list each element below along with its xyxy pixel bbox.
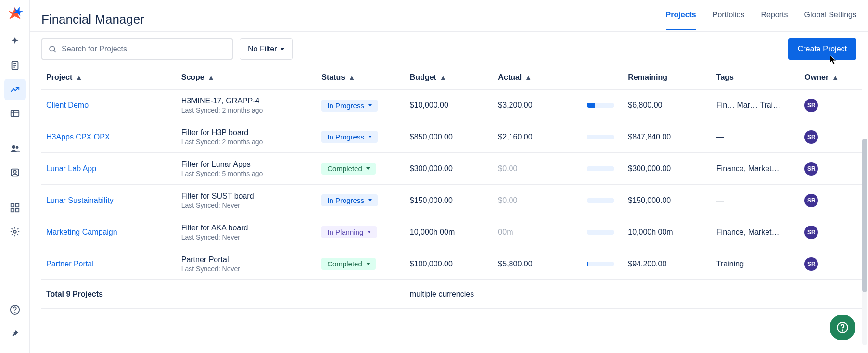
scrollbar[interactable] xyxy=(862,139,867,345)
actual-cell: 00m xyxy=(493,216,582,248)
svg-point-7 xyxy=(12,145,15,149)
status-pill[interactable]: Completed xyxy=(321,258,376,270)
svg-point-8 xyxy=(15,146,18,149)
project-link[interactable]: Client Demo xyxy=(46,101,89,109)
chevron-down-icon xyxy=(368,104,372,107)
budget-cell: 10,000h 00m xyxy=(405,216,494,248)
project-link[interactable]: Partner Portal xyxy=(46,260,94,268)
svg-line-19 xyxy=(54,50,55,52)
scope-text: Filter for AKA board xyxy=(181,224,312,232)
table-row: Lunar SustainabilityFilter for SUST boar… xyxy=(41,185,862,216)
remaining-cell: $150,000.00 xyxy=(623,185,712,216)
chevron-down-icon xyxy=(366,263,370,265)
progress-bar xyxy=(587,230,614,235)
tab-projects[interactable]: Projects xyxy=(666,11,696,30)
col-scope[interactable]: Scope▲ xyxy=(177,66,317,89)
table-row: Partner PortalPartner PortalLast Synced:… xyxy=(41,248,862,280)
scope-synced: Last Synced: Never xyxy=(181,265,312,273)
nav-person-icon[interactable] xyxy=(4,162,26,183)
actual-cell: $0.00 xyxy=(493,185,582,216)
progress-bar xyxy=(587,103,614,108)
status-pill[interactable]: Completed xyxy=(321,163,376,175)
chevron-down-icon xyxy=(281,48,284,50)
col-actual[interactable]: Actual▲ xyxy=(493,66,582,89)
sort-icon: ▲ xyxy=(439,74,447,82)
table-row: H3Apps CPX OPXFilter for H3P boardLast S… xyxy=(41,121,862,153)
owner-avatar[interactable]: SR xyxy=(804,226,818,239)
search-icon xyxy=(48,45,57,53)
sort-icon: ▲ xyxy=(524,74,532,82)
svg-point-15 xyxy=(13,230,16,233)
app-logo[interactable] xyxy=(6,5,24,22)
scope-text: Partner Portal xyxy=(181,255,312,264)
col-remaining[interactable]: Remaining xyxy=(623,66,712,89)
remaining-cell: $94,200.00 xyxy=(623,248,712,280)
scope-synced: Last Synced: Never xyxy=(181,233,312,241)
owner-avatar[interactable]: SR xyxy=(804,194,818,207)
filter-button[interactable]: No Filter xyxy=(240,38,293,60)
sort-icon: ▲ xyxy=(75,74,83,82)
owner-avatar[interactable]: SR xyxy=(804,99,818,112)
col-project[interactable]: Project▲ xyxy=(41,66,177,89)
progress-bar xyxy=(587,262,614,266)
svg-point-18 xyxy=(50,46,55,51)
col-budget[interactable]: Budget▲ xyxy=(405,66,494,89)
nav-doc-icon[interactable] xyxy=(4,55,26,76)
toolbar: No Filter Create Project xyxy=(30,32,868,66)
col-owner[interactable]: Owner▲ xyxy=(800,66,862,89)
tags-cell: Finance, Market… xyxy=(712,153,800,185)
project-link[interactable]: H3Apps CPX OPX xyxy=(46,133,110,141)
chevron-down-icon xyxy=(368,199,372,202)
tab-portfolios[interactable]: Portfolios xyxy=(713,11,745,29)
nav-help-icon[interactable] xyxy=(4,299,26,320)
svg-rect-13 xyxy=(11,209,13,212)
filter-label: No Filter xyxy=(248,45,277,53)
budget-cell: $10,000.00 xyxy=(405,89,494,121)
tags-cell: Fin… Mar… Trai… xyxy=(712,89,800,121)
actual-cell: $3,200.00 xyxy=(493,89,582,121)
status-pill[interactable]: In Progress xyxy=(321,131,378,143)
scope-synced: Last Synced: 5 months ago xyxy=(181,170,312,177)
nav-pin-icon[interactable] xyxy=(4,323,26,344)
table-row: Lunar Lab AppFilter for Lunar AppsLast S… xyxy=(41,153,862,185)
scope-synced: Last Synced: 2 months ago xyxy=(181,138,312,146)
nav-apps-icon[interactable] xyxy=(4,197,26,218)
nav-spark-icon[interactable] xyxy=(4,31,26,52)
col-status[interactable]: Status▲ xyxy=(317,66,405,89)
nav-settings-icon[interactable] xyxy=(4,221,26,242)
project-link[interactable]: Lunar Sustainability xyxy=(46,196,114,204)
sidebar xyxy=(0,0,30,353)
project-link[interactable]: Marketing Campaign xyxy=(46,228,117,236)
search-box[interactable] xyxy=(41,38,233,60)
sort-icon: ▲ xyxy=(831,74,839,82)
tags-cell: Finance, Market… xyxy=(712,216,800,248)
nav-table-icon[interactable] xyxy=(4,103,26,124)
owner-avatar[interactable]: SR xyxy=(804,162,818,176)
nav-people-icon[interactable] xyxy=(4,138,26,159)
chevron-down-icon xyxy=(366,167,370,170)
nav-financials-icon[interactable] xyxy=(4,79,26,100)
remaining-cell: 10,000h 00m xyxy=(623,216,712,248)
help-fab[interactable] xyxy=(830,315,855,340)
budget-cell: $850,000.00 xyxy=(405,121,494,153)
tags-cell: Training xyxy=(712,248,800,280)
progress-bar xyxy=(587,135,614,139)
create-project-button[interactable]: Create Project xyxy=(788,38,856,60)
tab-global-settings[interactable]: Global Settings xyxy=(804,11,856,29)
svg-rect-12 xyxy=(15,204,18,207)
progress-bar xyxy=(587,166,614,171)
tags-cell: — xyxy=(712,121,800,153)
remaining-cell: $6,800.00 xyxy=(623,89,712,121)
search-input[interactable] xyxy=(62,45,226,53)
status-pill[interactable]: In Progress xyxy=(321,194,378,206)
project-link[interactable]: Lunar Lab App xyxy=(46,164,96,173)
status-pill[interactable]: In Progress xyxy=(321,100,378,112)
col-tags[interactable]: Tags xyxy=(712,66,800,89)
svg-rect-11 xyxy=(11,204,13,207)
tab-reports[interactable]: Reports xyxy=(761,11,788,29)
owner-avatar[interactable]: SR xyxy=(804,130,818,144)
owner-avatar[interactable]: SR xyxy=(804,257,818,271)
status-pill[interactable]: In Planning xyxy=(321,226,377,238)
svg-point-21 xyxy=(842,330,843,331)
tabs: Projects Portfolios Reports Global Setti… xyxy=(666,8,856,31)
